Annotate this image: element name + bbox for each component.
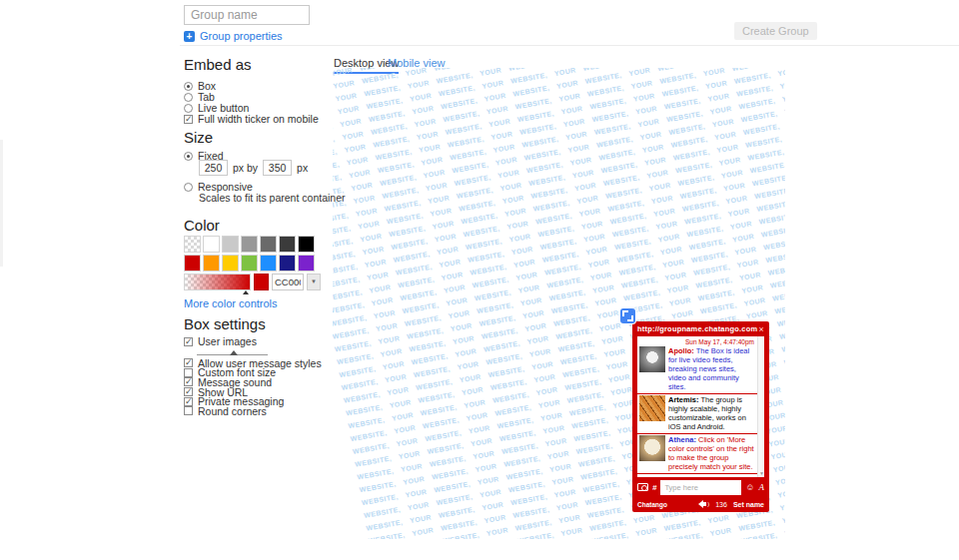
header-divider (180, 45, 959, 46)
checkbox-user-images[interactable] (184, 337, 193, 346)
group-properties-label: Group properties (200, 30, 283, 42)
px-label: px (297, 162, 308, 174)
full-width-ticker-option[interactable]: Full width ticker on mobile (184, 114, 319, 124)
avatar-astronaut (639, 346, 665, 372)
chat-message-input[interactable] (660, 480, 741, 495)
avatar-tiger (639, 395, 665, 421)
chat-message-artemis: Artemis: The group is highly scalable, h… (637, 394, 764, 434)
full-width-ticker-label: Full width ticker on mobile (198, 113, 319, 125)
group-name-input[interactable] (184, 5, 310, 25)
page: + Group properties Create Group Embed as… (0, 0, 959, 560)
round-corners-label: Round corners (198, 405, 267, 417)
color-swatch-grid (184, 236, 315, 272)
radio-fixed[interactable] (184, 152, 193, 161)
user-count: 136 (715, 501, 727, 508)
more-color-controls-link[interactable]: More color controls (184, 297, 278, 309)
smiley-icon[interactable]: ☺ (745, 483, 754, 492)
camera-icon[interactable] (637, 483, 648, 491)
size-option-responsive[interactable]: Responsive (184, 182, 253, 192)
swatch-white[interactable] (203, 236, 220, 253)
user-images-label: User images (198, 335, 257, 347)
speaker-icon[interactable]: ) (698, 500, 709, 508)
group-properties-toggle[interactable]: + Group properties (184, 30, 283, 42)
create-group-button[interactable]: Create Group (734, 22, 817, 40)
widget-url[interactable]: http://groupname.chatango.com (637, 324, 757, 333)
checkbox-allow-user-message-styles[interactable] (184, 358, 193, 367)
plus-icon: + (184, 31, 195, 42)
widget-input-row: # ☺ A (632, 477, 769, 497)
radio-tab[interactable] (184, 93, 193, 102)
user-images-option[interactable]: User images (184, 336, 257, 346)
swatch-yellow[interactable] (222, 255, 239, 272)
swatch-blue[interactable] (260, 255, 277, 272)
height-input[interactable] (263, 160, 292, 176)
slider-thumb[interactable] (230, 350, 238, 355)
swatch-green[interactable] (241, 255, 258, 272)
swatch-purple[interactable] (298, 255, 315, 272)
font-style-icon[interactable]: A (759, 482, 765, 492)
embed-option-live-button[interactable]: Live button (184, 103, 249, 113)
swatch-charcoal[interactable] (279, 236, 296, 253)
swatch-red[interactable] (184, 255, 201, 272)
chatango-brand-label[interactable]: Chatango (637, 501, 667, 508)
widget-bottombar: Chatango ) 136 Set name (632, 498, 769, 510)
sender-name: Apollo: (668, 346, 694, 355)
radio-responsive[interactable] (184, 183, 193, 192)
px-by-label: px by (233, 162, 258, 174)
radio-live-button[interactable] (184, 104, 193, 113)
timestamp: Sun May 17, 4:47:40pm (637, 336, 764, 345)
width-input[interactable] (199, 160, 228, 176)
chat-widget-preview: http://groupname.chatango.com × Sun May … (632, 321, 769, 512)
color-fine-tune-row: ▼ (184, 274, 321, 290)
scroll-down-icon[interactable]: ▼ (758, 470, 764, 477)
checkbox-round-corners[interactable] (184, 406, 193, 415)
gradient-slider-thumb[interactable] (243, 290, 249, 294)
color-gradient-slider[interactable] (184, 274, 251, 290)
selected-color-swatch (254, 274, 269, 290)
swatch-dark-gray[interactable] (260, 236, 277, 253)
set-name-button[interactable]: Set name (733, 501, 764, 508)
sender-name: Athena: (668, 435, 696, 444)
widget-titlebar: http://groupname.chatango.com × (632, 321, 769, 336)
message-panel: Sun May 17, 4:47:40pm Apollo: The Box is… (637, 336, 764, 477)
box-settings-options: Allow user message styles Custom font si… (184, 358, 322, 416)
chat-message-apollo: Apollo: The Box is ideal for live video … (637, 345, 764, 394)
sender-name: Artemis: (668, 395, 698, 404)
left-edge-line (0, 140, 3, 267)
swatch-transparent[interactable] (184, 236, 201, 253)
color-heading: Color (184, 217, 220, 234)
hex-color-input[interactable] (272, 274, 304, 290)
color-dropdown-button[interactable]: ▼ (307, 274, 321, 290)
close-icon[interactable]: × (759, 324, 764, 334)
chat-message-athena: Athena: Click on 'More color controls' o… (637, 434, 764, 474)
radio-box[interactable] (184, 82, 193, 91)
swatch-black[interactable] (298, 236, 315, 253)
embed-as-heading: Embed as (184, 56, 252, 73)
avatar-owl (639, 435, 665, 461)
expand-icon[interactable] (620, 308, 635, 323)
swatch-navy[interactable] (279, 255, 296, 272)
user-image-size-slider[interactable] (197, 354, 268, 355)
round-corners-option[interactable]: Round corners (184, 406, 322, 416)
swatch-orange[interactable] (203, 255, 220, 272)
embed-option-box[interactable]: Box (184, 81, 216, 91)
checkbox-private-messaging[interactable] (184, 397, 193, 406)
hash-icon[interactable]: # (652, 483, 656, 492)
swatch-light-gray[interactable] (222, 236, 239, 253)
size-heading: Size (184, 129, 213, 146)
checkbox-full-width-ticker[interactable] (184, 115, 193, 124)
embed-option-tab[interactable]: Tab (184, 92, 215, 102)
box-settings-heading: Box settings (184, 315, 266, 332)
swatch-gray[interactable] (241, 236, 258, 253)
responsive-hint: Scales to fit its parent container (199, 192, 346, 204)
size-inputs: px by px (199, 160, 308, 176)
message-scrollbar[interactable]: ▼ (757, 336, 764, 477)
